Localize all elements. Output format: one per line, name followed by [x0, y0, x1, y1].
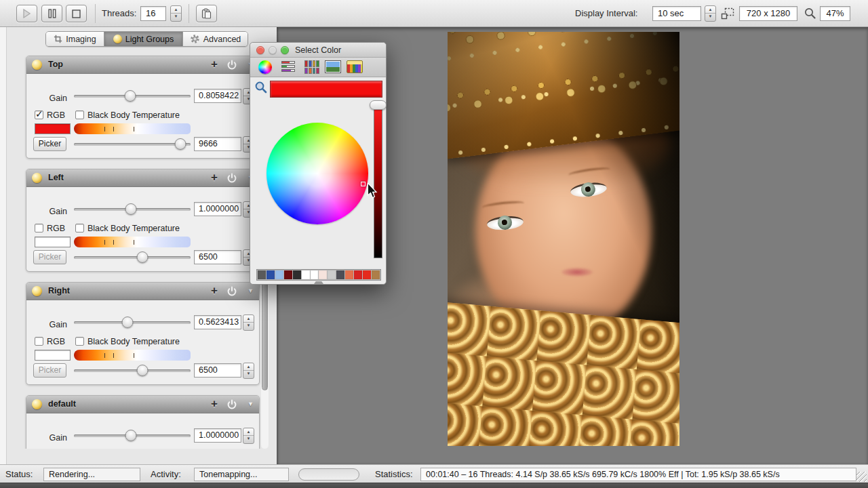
copy-button[interactable]	[196, 5, 217, 22]
color-swatch[interactable]	[345, 270, 353, 279]
power-toggle-icon[interactable]	[226, 399, 237, 410]
swatch-drawer-handle[interactable]	[314, 281, 323, 284]
tab-advanced[interactable]: Advanced	[183, 32, 248, 46]
display-interval-input[interactable]: 10 sec	[652, 6, 701, 21]
color-swatch[interactable]	[275, 270, 283, 279]
gain-slider[interactable]	[74, 430, 191, 442]
brightness-slider[interactable]	[374, 104, 382, 258]
picker-button[interactable]: Picker	[33, 250, 66, 264]
stepper-down-icon[interactable]	[243, 371, 254, 378]
gain-value-field[interactable]: 0.8058422	[194, 89, 241, 103]
gain-stepper[interactable]	[243, 314, 254, 331]
slider-knob[interactable]	[125, 203, 137, 215]
picker-value-field[interactable]: 9666	[194, 137, 241, 151]
bbt-checkbox[interactable]	[75, 337, 84, 346]
color-selection-marker[interactable]	[361, 182, 366, 186]
color-swatch[interactable]	[354, 270, 362, 279]
slider-knob[interactable]	[137, 251, 149, 263]
picker-button[interactable]: Picker	[33, 137, 66, 151]
color-swatch[interactable]	[311, 270, 319, 279]
color-swatch[interactable]	[35, 237, 71, 247]
picker-slider[interactable]	[74, 251, 191, 264]
stepper-down-icon[interactable]	[243, 323, 254, 330]
pause-button[interactable]	[41, 5, 62, 22]
dialog-titlebar[interactable]: Select Color	[250, 43, 386, 58]
add-icon[interactable]	[209, 58, 220, 71]
lightgroup-header[interactable]: default	[26, 396, 259, 413]
color-swatch[interactable]	[284, 270, 292, 279]
image-palette-mode-icon[interactable]	[325, 60, 341, 73]
picker-button[interactable]: Picker	[33, 363, 66, 378]
blackbody-gradient-bar[interactable]	[74, 123, 191, 134]
color-wheel-mode-icon[interactable]	[258, 60, 272, 74]
color-swatch[interactable]	[302, 270, 310, 279]
zoom-level-field[interactable]: 47%	[820, 6, 850, 21]
color-swatch[interactable]	[336, 270, 344, 279]
blackbody-gradient-bar[interactable]	[74, 350, 191, 361]
tab-light-groups[interactable]: Light Groups	[104, 32, 183, 46]
stepper-up-icon[interactable]	[243, 428, 254, 436]
slider-knob[interactable]	[137, 365, 149, 376]
gain-value-field[interactable]: 1.0000000	[194, 428, 241, 443]
lightgroup-header[interactable]: Left	[26, 169, 259, 187]
brightness-slider-knob[interactable]	[370, 100, 387, 110]
color-swatch[interactable]	[372, 270, 380, 279]
picker-value-field[interactable]: 6500	[194, 250, 241, 264]
rgb-checkbox[interactable]	[35, 337, 43, 346]
slider-knob[interactable]	[124, 90, 136, 102]
color-swatch[interactable]	[293, 270, 301, 279]
stepper-up-icon[interactable]	[243, 315, 254, 323]
color-swatch[interactable]	[363, 270, 371, 279]
play-button[interactable]	[16, 5, 37, 22]
power-toggle-icon[interactable]	[226, 60, 237, 70]
color-palette-mode-icon[interactable]	[304, 60, 319, 74]
rgb-checkbox[interactable]: ✓	[35, 110, 43, 119]
color-swatch[interactable]	[258, 270, 266, 279]
slider-knob[interactable]	[122, 317, 134, 328]
gain-value-field[interactable]: 0.5623413	[194, 315, 241, 329]
stepper-down-icon[interactable]	[243, 436, 254, 443]
slider-knob[interactable]	[125, 430, 137, 441]
threads-input[interactable]: 16	[140, 6, 166, 21]
gain-slider[interactable]	[74, 317, 191, 329]
power-toggle-icon[interactable]	[226, 173, 237, 184]
add-icon[interactable]	[209, 397, 220, 411]
picker-slider[interactable]	[74, 365, 191, 377]
display-interval-stepper[interactable]	[705, 5, 716, 22]
color-swatch[interactable]	[35, 350, 71, 361]
threads-stepper[interactable]	[170, 5, 182, 22]
bbt-checkbox[interactable]	[75, 224, 84, 232]
collapse-chevron-icon[interactable]	[248, 287, 254, 294]
fit-resolution-button[interactable]	[721, 7, 734, 22]
crayons-mode-icon[interactable]	[347, 60, 363, 73]
tab-imaging[interactable]: Imaging	[46, 32, 104, 46]
picker-value-field[interactable]: 6500	[194, 363, 241, 378]
stepper-down-icon[interactable]	[705, 14, 715, 21]
resize-grip[interactable]	[856, 472, 867, 482]
add-icon[interactable]	[209, 171, 220, 184]
stepper-up-icon[interactable]	[243, 363, 254, 371]
color-sliders-mode-icon[interactable]	[281, 60, 296, 74]
gain-stepper[interactable]	[243, 428, 254, 444]
color-swatch[interactable]	[267, 270, 275, 279]
color-picker-loupe-icon[interactable]	[254, 81, 267, 96]
lightgroup-header[interactable]: Right	[26, 283, 259, 300]
stop-button[interactable]	[66, 5, 87, 22]
color-swatch[interactable]	[35, 123, 71, 134]
bbt-checkbox[interactable]	[75, 110, 84, 119]
lightgroup-header[interactable]: Top	[26, 56, 259, 74]
picker-slider[interactable]	[74, 138, 191, 150]
add-icon[interactable]	[209, 284, 220, 298]
color-swatch[interactable]	[319, 270, 327, 279]
picker-stepper[interactable]	[243, 363, 254, 379]
collapse-chevron-icon[interactable]	[248, 401, 254, 407]
blackbody-gradient-bar[interactable]	[74, 237, 191, 247]
stepper-up-icon[interactable]	[705, 6, 715, 14]
stepper-down-icon[interactable]	[171, 14, 181, 21]
rgb-checkbox[interactable]	[35, 224, 43, 232]
resolution-field[interactable]: 488 x 868	[739, 6, 797, 21]
gain-slider[interactable]	[74, 90, 191, 102]
slider-knob[interactable]	[174, 138, 186, 150]
color-swatch[interactable]	[328, 270, 336, 279]
stepper-up-icon[interactable]	[171, 6, 181, 14]
